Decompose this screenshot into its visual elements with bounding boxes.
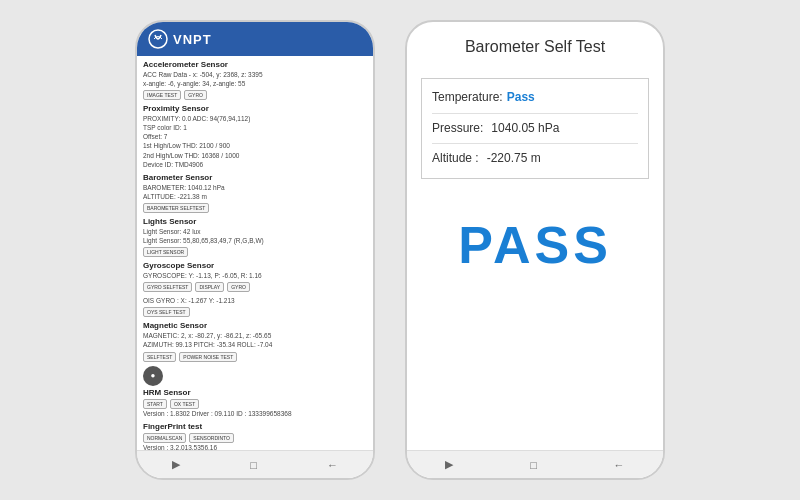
barometer-left-title: Barometer Sensor [143,173,367,182]
hrm-buttons: START OX TEST [143,399,367,409]
barometer-self-test-title: Barometer Self Test [421,38,649,64]
left-phone: VNPT Accelerometer Sensor ACC Raw Data -… [135,20,375,480]
proximity-title: Proximity Sensor [143,104,367,113]
proximity-data: PROXIMITY: 0.0 ADC: 94(76,94,112) TSP co… [143,114,367,169]
fingerprint-buttons: NORMALSCAN SENSORDINTO [143,433,367,443]
lights-buttons: LIGHT SENSOR [143,247,367,257]
altitude-label: Altitude : [432,148,479,170]
gyro-button[interactable]: GYRO [184,90,207,100]
right-phone-footer: ▶ □ ← [407,450,663,478]
magnetic-selftest-button[interactable]: SELFTEST [143,352,176,362]
left-footer-icon-3[interactable]: ← [327,459,338,471]
fingerprint-version: Version : 3.2.013.5356.16 [143,443,367,450]
temperature-label: Temperature: [432,87,503,109]
right-phone-content: Barometer Self Test Temperature: Pass Pr… [407,22,663,450]
barometer-left-data: BAROMETER: 1040.12 hPa ALTITUDE: -221.38… [143,183,367,201]
gyroscope-buttons: GYRO SELFTEST DISPLAY GYRO [143,282,367,292]
pass-result: PASS [421,215,649,275]
oys-selftest-button[interactable]: OYS SELF TEST [143,307,190,317]
fingerprint-section: FingerPrint test NORMALSCAN SENSORDINTO … [143,422,367,450]
right-phone: Barometer Self Test Temperature: Pass Pr… [405,20,665,480]
gyroscope-data: GYROSCOPE: Y: -1.13, P: -6.05, R: 1.16 [143,271,367,280]
pressure-value: 1040.05 hPa [491,118,559,140]
magnetic-data: MAGNETIC: 2, x: -80.27, y: -86.21, z: -6… [143,331,367,349]
left-footer-icon-2[interactable]: □ [250,459,257,471]
display-button[interactable]: DISPLAY [195,282,224,292]
magnetic-section: Magnetic Sensor MAGNETIC: 2, x: -80.27, … [143,321,367,361]
power-noise-test-button[interactable]: POWER NOISE TEST [179,352,237,362]
hrm-avatar: ● [143,366,163,386]
left-footer-icon-1[interactable]: ▶ [172,458,180,471]
vnpt-logo: VNPT [147,28,212,50]
ois-data: OIS GYRO : X: -1.267 Y: -1.213 [143,296,367,305]
accelerometer-section: Accelerometer Sensor ACC Raw Data - x: -… [143,60,367,100]
altitude-row: Altitude : -220.75 m [432,148,638,170]
gyroscope-section: Gyroscope Sensor GYROSCOPE: Y: -1.13, P:… [143,261,367,292]
left-phone-content: Accelerometer Sensor ACC Raw Data - x: -… [137,56,373,450]
lights-data: Light Sensor: 42 lux Light Sensor: 55,80… [143,227,367,245]
accelerometer-buttons: IMAGE TEST GYRO [143,90,367,100]
magnetic-buttons: SELFTEST POWER NOISE TEST [143,352,367,362]
barometer-info-box: Temperature: Pass Pressure: 1040.05 hPa … [421,78,649,179]
proximity-section: Proximity Sensor PROXIMITY: 0.0 ADC: 94(… [143,104,367,169]
left-phone-header: VNPT [137,22,373,56]
gyroscope-title: Gyroscope Sensor [143,261,367,270]
right-footer-icon-1[interactable]: ▶ [445,458,453,471]
vnpt-brand-text: VNPT [173,32,212,47]
right-footer-icon-3[interactable]: ← [614,459,625,471]
temperature-row: Temperature: Pass [432,87,638,114]
altitude-value: -220.75 m [487,148,541,170]
pressure-label: Pressure: [432,118,483,140]
barometer-buttons: BAROMETER SELFTEST [143,203,367,213]
lights-title: Lights Sensor [143,217,367,226]
hrm-title: HRM Sensor [143,388,367,397]
left-phone-footer: ▶ □ ← [137,450,373,478]
sensorinfo-button[interactable]: SENSORDINTO [189,433,234,443]
normalscan-button[interactable]: NORMALSCAN [143,433,186,443]
pressure-row: Pressure: 1040.05 hPa [432,118,638,145]
hrm-version-data: Version : 1.8302 Driver : 09.110 ID : 13… [143,409,367,418]
temperature-value: Pass [507,87,535,109]
image-test-button[interactable]: IMAGE TEST [143,90,181,100]
fingerprint-title: FingerPrint test [143,422,367,431]
vnpt-logo-icon [147,28,169,50]
gyro-selftest-button[interactable]: GYRO SELFTEST [143,282,192,292]
hrm-start-button[interactable]: START [143,399,167,409]
hrm-ox-test-button[interactable]: OX TEST [170,399,199,409]
right-footer-icon-2[interactable]: □ [530,459,537,471]
hrm-section: ● HRM Sensor START OX TEST Version : 1.8… [143,366,367,418]
ois-buttons: OYS SELF TEST [143,307,367,317]
barometer-selftest-button[interactable]: BAROMETER SELFTEST [143,203,209,213]
light-sensor-button[interactable]: LIGHT SENSOR [143,247,188,257]
lights-section: Lights Sensor Light Sensor: 42 lux Light… [143,217,367,257]
accelerometer-title: Accelerometer Sensor [143,60,367,69]
gyro2-button[interactable]: GYRO [227,282,250,292]
barometer-left-section: Barometer Sensor BAROMETER: 1040.12 hPa … [143,173,367,213]
ois-section: OIS GYRO : X: -1.267 Y: -1.213 OYS SELF … [143,296,367,317]
magnetic-title: Magnetic Sensor [143,321,367,330]
accelerometer-data: ACC Raw Data - x: -504, y: 2368, z: 3395… [143,70,367,88]
